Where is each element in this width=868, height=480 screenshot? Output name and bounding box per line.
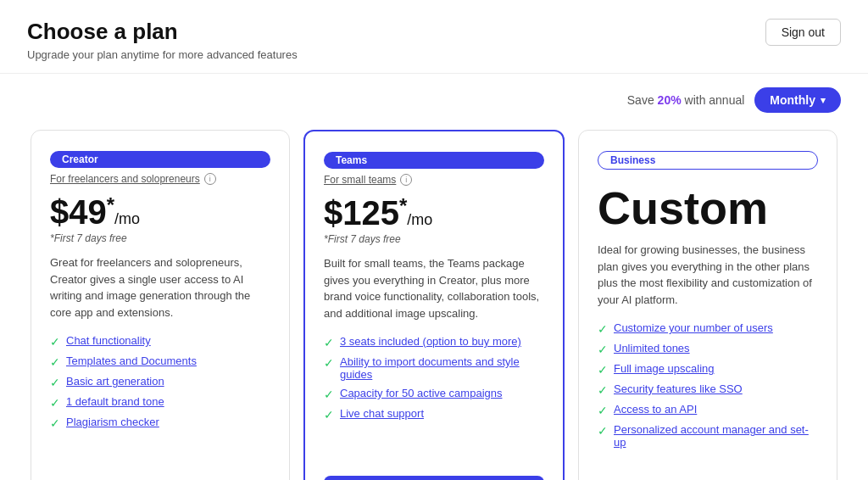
save-text: Save 20% with annual — [627, 93, 745, 107]
plan-trial-creator: *First 7 days free — [50, 232, 270, 244]
plan-feature-link[interactable]: Live chat support — [340, 407, 424, 420]
plan-feature-link[interactable]: 1 default brand tone — [66, 395, 164, 408]
plan-description-teams: Built for small teams, the Teams package… — [324, 255, 544, 321]
plan-description-creator: Great for freelancers and solopreneurs, … — [50, 254, 270, 321]
plan-price-teams: $125*/mo — [324, 194, 544, 232]
toggle-label: Monthly — [770, 93, 815, 107]
plan-action-creator: Start Free Trial → — [50, 472, 270, 480]
plan-feature-link[interactable]: Security features like SSO — [614, 382, 743, 395]
page-title: Choose a plan — [27, 19, 298, 45]
plan-subtitle-teams: For small teamsi — [324, 174, 544, 186]
header-left: Choose a plan Upgrade your plan anytime … — [27, 19, 298, 61]
plan-feature-item: ✓Templates and Documents — [50, 354, 270, 369]
check-icon: ✓ — [50, 376, 60, 389]
plan-features-creator: ✓Chat functionality✓Templates and Docume… — [50, 334, 270, 455]
plan-feature-item: ✓Ability to import documents and style g… — [324, 355, 544, 381]
check-icon: ✓ — [50, 335, 60, 349]
check-icon: ✓ — [598, 363, 608, 377]
check-icon: ✓ — [50, 396, 60, 410]
save-suffix: with annual — [682, 93, 745, 107]
plan-feature-item: ✓Basic art generation — [50, 375, 270, 389]
plan-feature-link[interactable]: Chat functionality — [66, 334, 151, 347]
plan-feature-link[interactable]: Personalized account manager and set-up — [614, 423, 818, 449]
plan-features-business: ✓Customize your number of users✓Unlimite… — [598, 321, 818, 455]
plan-card-teams: TeamsFor small teamsi$125*/mo*First 7 da… — [303, 130, 565, 480]
plan-feature-link[interactable]: Basic art generation — [66, 375, 164, 388]
plan-feature-item: ✓1 default brand tone — [50, 395, 270, 410]
plan-trial-teams: *First 7 days free — [324, 233, 544, 245]
plan-action-business: Contact Sales → — [598, 472, 818, 480]
plan-feature-link[interactable]: Access to an API — [614, 403, 697, 416]
plan-feature-link[interactable]: 3 seats included (option to buy more) — [340, 335, 521, 348]
plan-description-business: Ideal for growing businesses, the busine… — [598, 242, 818, 308]
check-icon: ✓ — [598, 383, 608, 397]
check-icon: ✓ — [598, 404, 608, 417]
plan-feature-item: ✓Personalized account manager and set-up — [598, 423, 818, 449]
save-prefix: Save — [627, 93, 658, 107]
plan-feature-item: ✓Security features like SSO — [598, 382, 818, 397]
plan-feature-item: ✓Unlimited tones — [598, 342, 818, 356]
arrow-indicator: Start Free Trial → — [324, 476, 544, 480]
check-icon: ✓ — [50, 355, 60, 369]
plan-action-teams: Start Free Trial → — [324, 467, 544, 480]
plans-container: CreatorFor freelancers and solopreneursi… — [0, 121, 868, 480]
plan-price-creator: $49*/mo — [50, 193, 270, 231]
plan-card-creator: CreatorFor freelancers and solopreneursi… — [31, 130, 290, 480]
plan-feature-item: ✓Live chat support — [324, 407, 544, 421]
check-icon: ✓ — [324, 356, 334, 370]
check-icon: ✓ — [598, 343, 608, 356]
plan-feature-item: ✓Customize your number of users — [598, 321, 818, 336]
plan-feature-link[interactable]: Plagiarism checker — [66, 416, 159, 428]
check-icon: ✓ — [598, 424, 608, 438]
plan-subtitle-link-teams[interactable]: For small teams — [324, 174, 396, 186]
check-icon: ✓ — [324, 408, 334, 421]
billing-toggle-button[interactable]: Monthly ▾ — [754, 87, 841, 113]
plan-feature-item: ✓Plagiarism checker — [50, 416, 270, 430]
plan-price-business: Custom — [598, 183, 818, 233]
plan-feature-link[interactable]: Ability to import documents and style gu… — [340, 355, 544, 381]
plan-feature-link[interactable]: Full image upscaling — [614, 362, 715, 375]
plan-badge-creator: Creator — [50, 151, 270, 168]
plan-subtitle-link-creator[interactable]: For freelancers and solopreneurs — [50, 173, 200, 185]
plan-cta-button-teams[interactable]: Start Free Trial → — [324, 476, 544, 480]
info-icon-teams: i — [400, 174, 412, 186]
sign-out-button[interactable]: Sign out — [765, 19, 841, 46]
page-subtitle: Upgrade your plan anytime for more advan… — [27, 48, 298, 61]
check-icon: ✓ — [324, 388, 334, 401]
check-icon: ✓ — [50, 416, 60, 430]
plan-feature-link[interactable]: Unlimited tones — [614, 342, 690, 354]
plan-feature-item: ✓Capacity for 50 active campaigns — [324, 387, 544, 401]
plan-subtitle-creator: For freelancers and solopreneursi — [50, 173, 270, 185]
check-icon: ✓ — [324, 336, 334, 349]
plan-feature-link[interactable]: Templates and Documents — [66, 354, 197, 367]
plan-feature-item: ✓Access to an API — [598, 403, 818, 417]
plan-features-teams: ✓3 seats included (option to buy more)✓A… — [324, 335, 544, 450]
plan-badge-teams: Teams — [324, 152, 544, 169]
plan-badge-business: Business — [598, 151, 818, 170]
plan-feature-item: ✓3 seats included (option to buy more) — [324, 335, 544, 349]
page-header: Choose a plan Upgrade your plan anytime … — [0, 0, 868, 74]
chevron-down-icon: ▾ — [821, 95, 826, 106]
plan-feature-item: ✓Chat functionality — [50, 334, 270, 349]
info-icon-creator: i — [204, 173, 216, 185]
plan-card-business: BusinessCustomIdeal for growing business… — [578, 130, 837, 480]
check-icon: ✓ — [598, 322, 608, 336]
save-percent: 20% — [658, 93, 682, 107]
billing-toggle-bar: Save 20% with annual Monthly ▾ — [0, 74, 868, 121]
plan-feature-item: ✓Full image upscaling — [598, 362, 818, 377]
plan-feature-link[interactable]: Customize your number of users — [614, 321, 773, 334]
plan-feature-link[interactable]: Capacity for 50 active campaigns — [340, 387, 502, 399]
